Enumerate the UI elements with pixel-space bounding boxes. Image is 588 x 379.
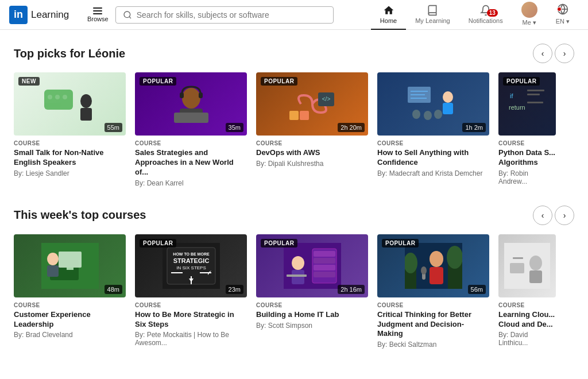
- svg-point-69: [529, 256, 542, 270]
- svg-point-7: [63, 95, 67, 99]
- card-badge-1: NEW: [18, 77, 40, 86]
- card-title-5: Python Data S... Algorithms: [498, 148, 556, 168]
- cards-row-top-courses: 48m COURSE Customer Experience Leadershi…: [14, 234, 574, 349]
- svg-point-26: [412, 110, 420, 119]
- linkedin-logo[interactable]: in: [9, 6, 28, 24]
- course-card-strategic[interactable]: HOW TO BE MORE STRATEGIC IN SIX STEPS PO…: [135, 234, 247, 349]
- svg-text:STRATEGIC: STRATEGIC: [173, 257, 209, 264]
- svg-point-9: [80, 94, 92, 108]
- svg-point-6: [55, 95, 60, 99]
- card-duration-1: 55m: [105, 123, 122, 132]
- svg-rect-58: [287, 274, 307, 277]
- card-title-10: Learning Clou... Cloud and De...: [498, 310, 556, 330]
- course-card-python[interactable]: if return POPULAR COURSE Python Data S..…: [498, 72, 556, 187]
- svg-rect-39: [47, 265, 59, 277]
- next-arrow-top-courses[interactable]: ›: [555, 206, 574, 225]
- svg-rect-13: [174, 113, 208, 123]
- course-card-cx-leadership[interactable]: 48m COURSE Customer Experience Leadershi…: [14, 234, 126, 349]
- card-type-6: COURSE: [14, 302, 126, 308]
- svg-text:HOW TO BE MORE: HOW TO BE MORE: [173, 252, 210, 256]
- card-badge-5: POPULAR: [503, 77, 540, 86]
- book-icon: [427, 5, 438, 16]
- card-thumb-1: NEW 55m: [14, 72, 126, 136]
- nav-item-language[interactable]: EN ▾: [547, 0, 579, 30]
- header: in Learning Browse Home My Learning: [0, 0, 588, 30]
- card-duration-3: 2h 20m: [338, 123, 365, 132]
- svg-rect-53: [314, 258, 335, 264]
- svg-point-67: [447, 246, 462, 269]
- avatar-image: [521, 2, 537, 18]
- thumb-illustration-8: [284, 243, 341, 289]
- card-author-3: By: Dipali Kulshrestha: [256, 160, 368, 168]
- card-title-3: DevOps with AWS: [256, 148, 368, 158]
- svg-rect-61: [430, 267, 443, 284]
- browse-button[interactable]: Browse: [87, 7, 109, 22]
- browse-icon: [93, 7, 102, 14]
- course-card-devops-aws[interactable]: </> POPULAR 2h 20m COURSE DevOps with AW…: [256, 72, 368, 187]
- card-badge-2: POPULAR: [140, 77, 176, 86]
- card-author-9: By: Becki Saltzman: [377, 341, 489, 349]
- course-card-critical-thinking[interactable]: POPULAR 56m COURSE Critical Thinking for…: [377, 234, 489, 349]
- svg-point-5: [48, 95, 52, 99]
- card-badge-7: POPULAR: [140, 239, 176, 247]
- course-card-learning-cloud[interactable]: COURSE Learning Clou... Cloud and De... …: [498, 234, 556, 349]
- card-type-2: COURSE: [135, 140, 247, 146]
- course-card-small-talk[interactable]: NEW 55m COURSE Small Talk for Non-Native…: [14, 72, 126, 187]
- prev-arrow-top-courses[interactable]: ‹: [533, 206, 552, 225]
- nav-label-my-learning: My Learning: [415, 17, 450, 24]
- svg-point-60: [430, 251, 443, 267]
- svg-point-56: [292, 256, 304, 270]
- thumb-illustration-10: [504, 243, 550, 289]
- card-author-7: By: Pete Mockaitis | How to Be Awesom...: [135, 331, 247, 347]
- card-title-7: How to Be More Strategic in Six Steps: [135, 310, 247, 330]
- course-card-sales-strategies[interactable]: POPULAR 35m COURSE Sales Strategies and …: [135, 72, 247, 187]
- card-title-1: Small Talk for Non-Native English Speake…: [14, 148, 126, 168]
- card-type-3: COURSE: [256, 140, 368, 146]
- thumb-illustration-5: if return: [504, 81, 550, 127]
- course-card-home-it-lab[interactable]: POPULAR 2h 16m COURSE Building a Home IT…: [256, 234, 368, 349]
- svg-rect-19: [300, 111, 309, 120]
- language-badge: [557, 7, 562, 11]
- search-bar[interactable]: [115, 6, 334, 24]
- card-type-7: COURSE: [135, 302, 247, 308]
- section-title-top-picks: Top picks for Léonie: [14, 47, 125, 60]
- svg-point-28: [434, 110, 442, 119]
- search-icon: [123, 10, 132, 20]
- nav-item-me[interactable]: Me ▾: [512, 0, 547, 30]
- next-arrow-top-picks[interactable]: ›: [555, 44, 574, 63]
- nav-item-my-learning[interactable]: My Learning: [406, 0, 459, 30]
- card-title-8: Building a Home IT Lab: [256, 310, 368, 320]
- card-type-9: COURSE: [377, 302, 489, 308]
- card-badge-3: POPULAR: [261, 77, 297, 86]
- section-top-picks: Top picks for Léonie ‹ ›: [14, 44, 574, 187]
- course-card-sell-confidence[interactable]: 1h 2m COURSE How to Sell Anything with C…: [377, 72, 489, 187]
- card-duration-6: 48m: [105, 285, 122, 294]
- notification-badge: 13: [487, 9, 498, 17]
- card-type-1: COURSE: [14, 140, 126, 146]
- cards-row-top-picks: NEW 55m COURSE Small Talk for Non-Native…: [14, 72, 574, 187]
- card-thumb-7: HOW TO BE MORE STRATEGIC IN SIX STEPS PO…: [135, 234, 247, 297]
- card-badge-9: POPULAR: [382, 239, 419, 247]
- search-input[interactable]: [137, 10, 326, 20]
- home-icon: [383, 5, 394, 16]
- nav-item-home[interactable]: Home: [371, 0, 406, 30]
- svg-rect-15: [199, 92, 203, 98]
- card-thumb-8: POPULAR 2h 16m: [256, 234, 368, 297]
- card-title-9: Critical Thinking for Better Judgment an…: [377, 310, 489, 339]
- svg-point-27: [424, 111, 432, 120]
- card-author-5: By: Robin Andrew...: [498, 169, 556, 185]
- thumb-illustration-1: [41, 81, 99, 127]
- avatar: [521, 2, 537, 18]
- svg-rect-57: [292, 270, 304, 284]
- svg-rect-71: [510, 263, 524, 273]
- section-top-courses: This week's top courses ‹ ›: [14, 206, 574, 349]
- svg-line-1: [129, 17, 131, 18]
- prev-arrow-top-picks[interactable]: ‹: [533, 44, 552, 63]
- nav-arrows-top-picks: ‹ ›: [533, 44, 574, 63]
- svg-point-38: [47, 253, 59, 265]
- card-type-5: COURSE: [498, 140, 556, 146]
- nav-item-notifications[interactable]: 13 Notifications: [459, 0, 512, 30]
- svg-rect-31: [527, 90, 544, 91]
- card-thumb-10: [498, 234, 556, 297]
- thumb-illustration-9: [405, 243, 462, 289]
